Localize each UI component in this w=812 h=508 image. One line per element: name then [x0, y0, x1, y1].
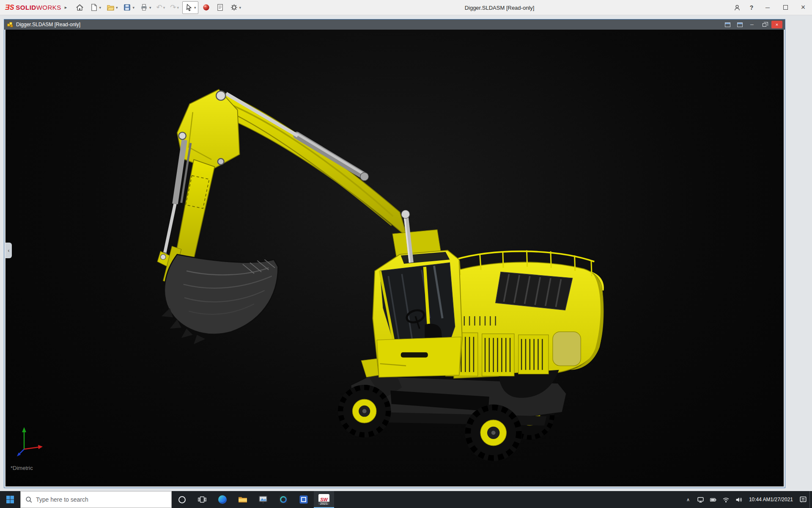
photos-app-button[interactable]	[253, 491, 273, 508]
options-button[interactable]: ▾	[228, 1, 243, 14]
action-center-button[interactable]	[797, 491, 809, 508]
blue-app-button[interactable]	[294, 491, 314, 508]
home-button[interactable]	[74, 1, 86, 14]
search-input[interactable]	[36, 496, 167, 503]
help-icon: ?	[750, 4, 754, 11]
show-desktop-button[interactable]	[809, 491, 812, 508]
panel-collapse-icon: ‹	[8, 248, 10, 254]
display-icon	[697, 496, 704, 503]
save-button[interactable]: ▾	[121, 1, 136, 14]
select-cursor-icon	[184, 3, 193, 12]
taskbar-clock[interactable]: 10:44 AM 1/27/2021	[745, 497, 797, 503]
redo-button[interactable]: ↷ ▾	[168, 1, 181, 14]
model-cab[interactable]	[373, 250, 462, 377]
home-icon	[75, 3, 84, 12]
new-document-icon	[89, 3, 98, 12]
minimize-icon: ─	[750, 22, 754, 27]
print-button[interactable]: ▾	[138, 1, 153, 14]
orientation-triad[interactable]	[15, 423, 44, 457]
cortana-icon	[178, 496, 186, 503]
task-view-button[interactable]	[192, 491, 212, 508]
app-minimize-button[interactable]: ─	[759, 0, 776, 15]
volume-tray-button[interactable]	[732, 491, 745, 508]
edge-button[interactable]	[212, 491, 233, 508]
volume-icon	[735, 496, 742, 503]
new-document-button[interactable]: ▾	[88, 1, 103, 14]
chevron-up-icon: ∧	[686, 497, 690, 502]
caret-down-icon[interactable]: ▾	[132, 6, 134, 10]
window-controls: ? ─ ×	[730, 0, 812, 15]
windows-taskbar: SW 2021 ∧	[0, 491, 812, 508]
windows-logo-icon	[6, 495, 14, 504]
clock-time: 10:44 AM	[749, 497, 771, 503]
start-button[interactable]	[0, 491, 20, 508]
open-folder-icon	[106, 3, 115, 12]
help-button[interactable]: ?	[744, 0, 759, 15]
media-app-button[interactable]	[273, 491, 294, 508]
undo-button[interactable]: ↶ ▾	[155, 1, 167, 14]
battery-icon	[710, 496, 717, 503]
doc-minimize-button[interactable]: ─	[747, 21, 757, 28]
doc-close-button[interactable]: ×	[771, 21, 782, 28]
document-properties-icon	[216, 3, 225, 12]
account-button[interactable]	[730, 0, 744, 15]
file-explorer-button[interactable]	[233, 491, 253, 508]
solidworks-app-button[interactable]: SW 2021	[314, 491, 334, 508]
caret-down-icon[interactable]: ▾	[163, 6, 165, 10]
solidworks-app-icon: SW 2021	[318, 494, 329, 505]
solidworks-logo[interactable]: ƎS SOLID WORKS ▸	[0, 4, 70, 11]
document-window-title: Digger.SLDASM [Read-only]	[16, 22, 80, 28]
taskbar-search[interactable]	[20, 491, 172, 508]
file-explorer-icon	[238, 494, 248, 505]
gear-icon	[230, 3, 239, 12]
menu-expand-arrow-icon[interactable]: ▸	[65, 5, 67, 10]
3dexperience-button[interactable]	[200, 1, 212, 14]
window-pane-button-1[interactable]	[722, 21, 732, 28]
network-wifi-icon	[722, 496, 730, 503]
caret-down-icon[interactable]: ▾	[149, 6, 151, 10]
app-maximize-button[interactable]	[776, 0, 794, 15]
model-body[interactable]	[446, 250, 604, 398]
window-pane-icon	[737, 22, 743, 27]
select-tool-button[interactable]: ▾	[182, 1, 198, 14]
hidden-icons-button[interactable]: ∧	[682, 491, 694, 508]
undo-icon: ↶	[156, 4, 162, 11]
document-window: Digger.SLDASM [Read-only] ─ ×	[4, 19, 785, 488]
model-bucket[interactable]	[162, 254, 278, 344]
close-icon: ×	[801, 3, 806, 12]
display-tray-button[interactable]	[694, 491, 707, 508]
document-window-controls: ─ ×	[720, 21, 782, 28]
search-icon	[25, 496, 33, 503]
caret-down-icon[interactable]: ▾	[99, 6, 101, 10]
clock-date: 1/27/2021	[771, 497, 793, 503]
3dexperience-icon	[202, 3, 211, 12]
caret-down-icon[interactable]: ▾	[239, 6, 241, 10]
panel-collapse-tab[interactable]: ‹	[5, 243, 12, 258]
document-window-titlebar[interactable]: Digger.SLDASM [Read-only] ─ ×	[4, 19, 785, 30]
open-document-button[interactable]: ▾	[104, 1, 120, 14]
caret-down-icon[interactable]: ▾	[177, 6, 179, 10]
quick-access-toolbar: ▾ ▾ ▾ ▾ ↶ ▾	[73, 0, 244, 15]
battery-tray-button[interactable]	[707, 491, 720, 508]
photos-app-icon	[258, 494, 268, 505]
window-pane-button-2[interactable]	[735, 21, 745, 28]
3d-model-excavator[interactable]	[5, 30, 784, 486]
task-view-icon	[198, 495, 207, 504]
maximize-icon	[783, 5, 788, 10]
caret-down-icon[interactable]: ▾	[116, 6, 118, 10]
app-titlebar: ƎS SOLID WORKS ▸ ▾ ▾	[0, 0, 812, 15]
action-center-icon	[799, 496, 807, 503]
document-properties-button[interactable]	[214, 1, 226, 14]
app-document-title: Digger.SLDASM [Read-only]	[465, 0, 535, 15]
account-icon	[733, 3, 741, 12]
system-tray: ∧	[682, 491, 812, 508]
caret-down-icon[interactable]: ▾	[194, 6, 196, 10]
app-close-button[interactable]: ×	[794, 0, 812, 15]
blue-app-icon	[299, 494, 309, 505]
cortana-button[interactable]	[172, 491, 192, 508]
doc-restore-button[interactable]	[759, 21, 769, 28]
redo-icon: ↷	[170, 4, 176, 11]
network-tray-button[interactable]	[720, 491, 732, 508]
graphics-viewport[interactable]: *Dimetric ‹	[5, 30, 784, 486]
view-orientation-label: *Dimetric	[11, 465, 33, 471]
